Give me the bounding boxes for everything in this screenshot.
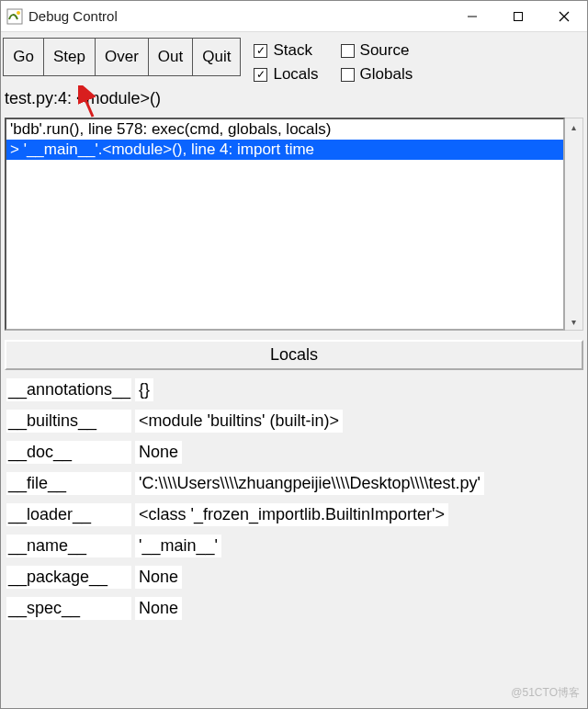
- locals-table: __annotations__{}__builtins__<module 'bu…: [5, 374, 583, 704]
- locals-key[interactable]: __spec__: [6, 597, 131, 620]
- locals-value[interactable]: None: [135, 566, 182, 589]
- locals-key[interactable]: __file__: [6, 472, 131, 495]
- locals-value[interactable]: None: [135, 597, 182, 620]
- stack-scrollbar[interactable]: ▴ ▾: [565, 118, 583, 331]
- scroll-up-icon[interactable]: ▴: [565, 118, 582, 135]
- step-button[interactable]: Step: [43, 38, 95, 76]
- svg-point-1: [17, 11, 20, 15]
- call-stack-list[interactable]: 'bdb'.run(), line 578: exec(cmd, globals…: [5, 118, 565, 331]
- checkbox-icon: [341, 44, 355, 58]
- locals-key[interactable]: __loader__: [6, 503, 131, 526]
- locals-value[interactable]: '__main__': [135, 535, 221, 557]
- locals-row: __builtins__<module 'builtins' (built-in…: [6, 405, 583, 436]
- locals-row: __name__'__main__': [6, 530, 583, 561]
- locals-value[interactable]: 'C:\\\\Users\\\\zhuangpeijie\\\\Desktop\…: [135, 472, 484, 495]
- locals-value[interactable]: <class '_frozen_importlib.BuiltinImporte…: [135, 503, 448, 526]
- debug-button-row: Go Step Over Out Quit: [3, 38, 241, 76]
- window-title: Debug Control: [28, 8, 118, 24]
- locals-row: __doc__None: [6, 436, 583, 467]
- checkbox-label: Locals: [273, 65, 318, 84]
- close-button[interactable]: [541, 1, 587, 32]
- quit-button[interactable]: Quit: [192, 38, 241, 76]
- go-button[interactable]: Go: [3, 38, 43, 76]
- locals-key[interactable]: __package__: [6, 566, 131, 589]
- checkbox-icon: [254, 44, 267, 58]
- titlebar: Debug Control: [1, 1, 587, 32]
- stack-frame[interactable]: > '__main__'.<module>(), line 4: import …: [6, 140, 563, 160]
- scroll-down-icon[interactable]: ▾: [565, 313, 582, 330]
- checkbox-label: Source: [360, 41, 410, 60]
- checkbox-icon: [341, 68, 355, 82]
- locals-value[interactable]: None: [135, 441, 182, 464]
- current-location-text: test.py:4: <module>(): [5, 89, 161, 107]
- locals-key[interactable]: __doc__: [6, 441, 131, 464]
- locals-row: __annotations__{}: [6, 374, 583, 405]
- out-button[interactable]: Out: [148, 38, 192, 76]
- over-button[interactable]: Over: [95, 38, 148, 76]
- toolbar-area: Go Step Over Out Quit Stack Source Local…: [1, 32, 587, 84]
- maximize-button[interactable]: [495, 1, 541, 32]
- locals-value[interactable]: {}: [135, 378, 153, 401]
- current-location: test.py:4: <module>(): [1, 84, 587, 118]
- locals-row: __package__None: [6, 561, 583, 592]
- locals-checkbox[interactable]: Locals: [254, 65, 318, 84]
- watermark: @51CTO博客: [511, 685, 580, 701]
- locals-value[interactable]: <module 'builtins' (built-in)>: [135, 410, 343, 433]
- source-checkbox[interactable]: Source: [341, 41, 413, 60]
- view-checkboxes: Stack Source Locals Globals: [254, 38, 413, 84]
- locals-row: __file__'C:\\\\Users\\\\zhuangpeijie\\\\…: [6, 467, 583, 499]
- stack-checkbox[interactable]: Stack: [254, 41, 318, 60]
- stack-frame[interactable]: 'bdb'.run(), line 578: exec(cmd, globals…: [6, 119, 563, 140]
- minimize-button[interactable]: [449, 1, 495, 32]
- checkbox-label: Globals: [360, 65, 413, 84]
- debug-control-window: Debug Control Go Step Over Out Quit Stac…: [0, 0, 588, 709]
- svg-rect-3: [514, 12, 523, 20]
- checkbox-label: Stack: [273, 41, 312, 60]
- locals-key[interactable]: __name__: [6, 535, 131, 557]
- locals-header[interactable]: Locals: [5, 340, 583, 370]
- locals-row: __loader__<class '_frozen_importlib.Buil…: [6, 499, 583, 530]
- locals-key[interactable]: __builtins__: [6, 410, 131, 433]
- globals-checkbox[interactable]: Globals: [341, 65, 413, 84]
- locals-row: __spec__None: [6, 592, 583, 624]
- locals-key[interactable]: __annotations__: [6, 378, 131, 401]
- call-stack-panel: 'bdb'.run(), line 578: exec(cmd, globals…: [5, 118, 583, 331]
- checkbox-icon: [254, 68, 267, 82]
- app-icon: [6, 8, 23, 25]
